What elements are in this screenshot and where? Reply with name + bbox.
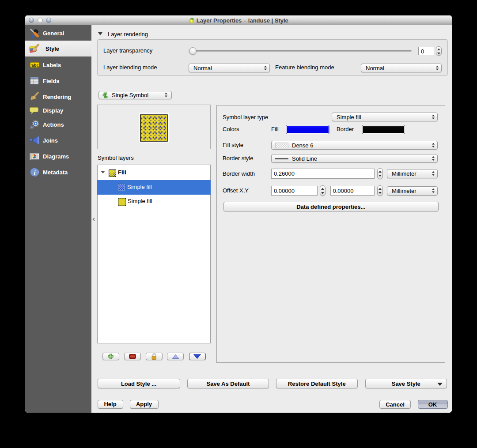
svg-text:abc: abc: [31, 63, 38, 68]
